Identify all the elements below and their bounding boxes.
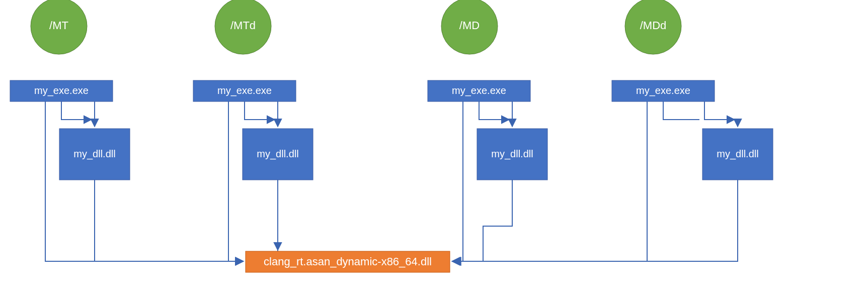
dll-label: my_dll.dll xyxy=(73,148,115,160)
arrow-exe-to-asan xyxy=(453,102,463,261)
flag-label: /MTd xyxy=(230,19,256,32)
exe-label: my_exe.exe xyxy=(452,85,506,96)
arrow-exe-to-dll xyxy=(704,102,735,120)
dll-label: my_dll.dll xyxy=(491,148,533,160)
arrow-exe-to-dll-elbow xyxy=(245,102,275,120)
dll-label: my_dll.dll xyxy=(717,148,758,160)
arrow-dll-to-asan xyxy=(483,180,512,261)
arrow-exe-to-dll-elbow xyxy=(61,102,92,120)
flag-label: /MT xyxy=(49,19,68,32)
exe-label: my_exe.exe xyxy=(34,85,89,96)
exe-label: my_exe.exe xyxy=(636,85,690,96)
arrow-dll-merge xyxy=(453,226,483,261)
arrow-exe-to-dll-elbow xyxy=(479,102,509,120)
arrow-dll-to-asan xyxy=(647,180,738,261)
column-md: /MD my_exe.exe my_dll.dll xyxy=(428,0,547,261)
dll-label: my_dll.dll xyxy=(257,148,298,160)
flag-label: /MDd xyxy=(640,19,667,32)
exe-label: my_exe.exe xyxy=(217,85,272,96)
asan-linkage-diagram: /MT my_exe.exe my_dll.dll /MTd my_exe.ex… xyxy=(0,0,868,304)
arrow-exe-to-asan xyxy=(45,102,243,261)
arrow-exe-to-dll-elbow xyxy=(663,102,699,120)
arrow-exe-to-asan xyxy=(453,102,647,261)
column-mt: /MT my_exe.exe my_dll.dll xyxy=(10,0,243,261)
flag-label: /MD xyxy=(459,19,480,32)
asan-dll-label: clang_rt.asan_dynamic-x86_64.dll xyxy=(264,255,432,268)
column-mtd: /MTd my_exe.exe my_dll.dll xyxy=(193,0,313,261)
arrow-exe-to-asan xyxy=(228,102,243,261)
